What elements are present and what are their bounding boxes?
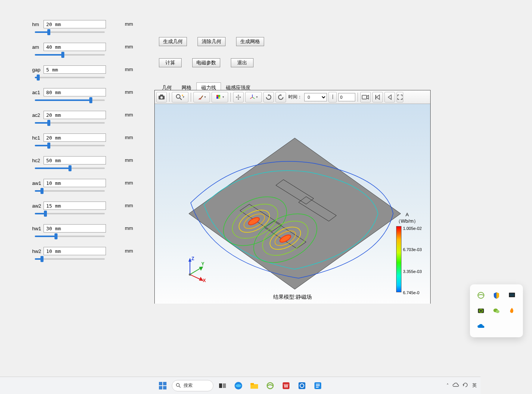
param-label-aw1: aw1 [32, 180, 44, 186]
svg-line-35 [190, 268, 201, 275]
tray-onedrive-icon[interactable] [473, 319, 488, 334]
step-end-icon[interactable]: ⏐ [328, 92, 337, 102]
param-input-aw2[interactable] [44, 202, 106, 210]
pan-icon[interactable] [233, 92, 244, 102]
param-input-hw1[interactable] [44, 224, 106, 233]
edge-icon[interactable] [232, 379, 245, 392]
tray-sync-icon[interactable] [462, 382, 468, 389]
param-unit-aw1: mm [125, 180, 133, 186]
legend-quantity: A [406, 212, 409, 217]
svg-rect-59 [250, 383, 254, 385]
svg-rect-49 [159, 382, 162, 385]
svg-line-14 [250, 97, 252, 99]
param-input-am[interactable] [44, 43, 106, 51]
brush-icon[interactable]: ▾ [193, 92, 210, 102]
param-row-hm: hm [32, 20, 106, 28]
taskbar-search[interactable]: 搜索 [172, 380, 213, 391]
param-label-am: am [32, 44, 44, 50]
svg-line-54 [179, 386, 180, 388]
param-slider-ac2[interactable] [35, 122, 105, 124]
svg-text:Y: Y [201, 261, 204, 267]
camera-icon[interactable] [360, 92, 371, 102]
legend-tick-1: 6.703e-03 [403, 247, 422, 252]
param-input-hm[interactable] [44, 20, 106, 28]
param-slider-aw2[interactable] [35, 213, 105, 214]
cube-icon[interactable]: ▾ [212, 92, 228, 102]
tray-nvidia-icon[interactable] [473, 303, 488, 318]
param-slider-hc1[interactable] [35, 145, 105, 146]
tray-ie-icon[interactable] [473, 287, 488, 303]
svg-rect-10 [218, 97, 220, 99]
tray-monitor-icon[interactable] [504, 287, 520, 303]
taskbar: 搜索 W ˄ 英 [0, 377, 481, 394]
param-unit-gap: mm [125, 67, 133, 72]
param-slider-hm[interactable] [35, 31, 105, 33]
ie-icon[interactable] [263, 379, 277, 392]
gen-mesh-button[interactable]: 生成网格 [236, 37, 264, 46]
svg-point-48 [496, 310, 499, 313]
step-spinner[interactable] [338, 93, 355, 101]
param-slider-gap[interactable] [35, 77, 105, 78]
plot-frame: ✦ ▾ ▾ ▾ ▾ [154, 90, 431, 304]
param-unit-aw2: mm [125, 203, 133, 208]
svg-line-38 [190, 275, 201, 280]
snapshot-icon[interactable] [156, 92, 167, 102]
file-explorer-icon[interactable] [247, 379, 261, 392]
tray-shield-icon[interactable] [488, 287, 504, 303]
play-prev-icon[interactable] [384, 92, 395, 102]
param-slider-hw2[interactable] [35, 258, 105, 260]
axis-xyz-icon[interactable]: ▾ [245, 92, 262, 102]
ime-indicator[interactable]: 英 [472, 382, 477, 389]
rotate-cw-icon[interactable] [263, 92, 274, 102]
rotate-ccw-icon[interactable] [275, 92, 286, 102]
param-unit-ac1: mm [125, 89, 133, 95]
param-slider-aw1[interactable] [35, 190, 105, 192]
tray-flame-icon[interactable] [504, 303, 520, 318]
svg-rect-56 [223, 383, 226, 388]
start-button[interactable] [156, 379, 170, 392]
param-input-hw2[interactable] [44, 247, 106, 255]
time-select[interactable]: 0 [304, 93, 327, 101]
plot-canvas[interactable]: Z Y X A （Wb/m） 1.005e-02 6.703e-03 [155, 104, 430, 304]
legend-tick-0: 1.005e-02 [403, 226, 422, 231]
tray-chevron-icon[interactable]: ˄ [446, 383, 449, 388]
param-slider-am[interactable] [35, 54, 105, 56]
app-blue-icon[interactable] [311, 379, 325, 392]
system-tray-popup [470, 284, 523, 337]
zoom-icon[interactable]: ✦ ▾ [172, 92, 188, 102]
param-input-hc2[interactable] [44, 156, 106, 164]
exit-button[interactable]: 退出 [231, 58, 254, 67]
task-view-icon[interactable] [216, 379, 229, 392]
param-input-ac1[interactable] [44, 88, 106, 96]
param-row-am: am [32, 43, 106, 51]
param-row-ac1: ac1 [32, 88, 106, 96]
em-params-button[interactable]: 电磁参数 [192, 58, 220, 67]
param-input-gap[interactable] [44, 65, 106, 74]
param-slider-ac1[interactable] [35, 99, 105, 101]
svg-text:W: W [284, 383, 288, 389]
svg-marker-33 [188, 258, 191, 262]
svg-rect-44 [510, 293, 514, 296]
wps-icon[interactable]: W [279, 379, 293, 392]
param-slider-hw1[interactable] [35, 236, 105, 237]
param-unit-hc1: mm [125, 135, 133, 140]
skip-prev-icon[interactable] [372, 92, 383, 102]
fullscreen-icon[interactable] [397, 92, 403, 102]
search-placeholder: 搜索 [184, 382, 193, 389]
param-unit-ac2: mm [125, 112, 133, 118]
tray-cloud-icon[interactable] [453, 383, 459, 388]
gen-geom-button[interactable]: 生成几何 [159, 37, 187, 46]
simdroid-icon[interactable] [295, 379, 309, 392]
legend-tick-2: 3.355e-03 [403, 269, 422, 274]
compute-button[interactable]: 计算 [159, 58, 182, 67]
tray-wechat-icon[interactable] [488, 303, 504, 318]
param-slider-hc2[interactable] [35, 168, 105, 169]
param-label-hw1: hw1 [32, 226, 44, 231]
param-input-hc1[interactable] [44, 133, 106, 142]
time-label: 时间： [288, 94, 302, 100]
param-row-hw1: hw1 [32, 224, 106, 233]
param-input-ac2[interactable] [44, 111, 106, 119]
param-input-aw1[interactable] [44, 179, 106, 187]
param-unit-am: mm [125, 44, 133, 50]
clear-geom-button[interactable]: 清除几何 [198, 37, 226, 46]
